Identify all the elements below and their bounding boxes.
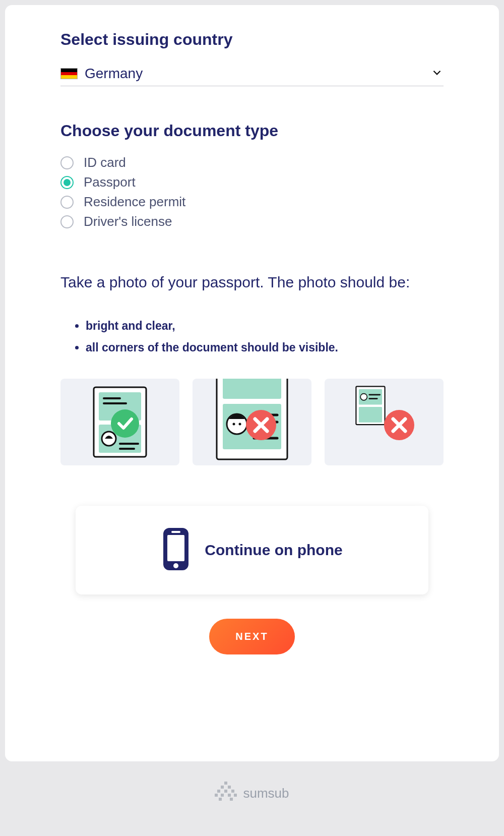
radio-icon [60, 176, 74, 189]
svg-rect-32 [171, 531, 180, 533]
example-cropped-bad [193, 379, 311, 465]
doctype-label: Residence permit [84, 194, 185, 210]
footer-brand: sumsub [5, 782, 499, 805]
phone-icon [161, 526, 191, 574]
country-title: Select issuing country [60, 30, 444, 49]
example-good [60, 379, 179, 465]
svg-rect-39 [231, 790, 234, 793]
svg-rect-42 [228, 794, 231, 797]
radio-icon [60, 156, 74, 169]
next-button[interactable]: NEXT [209, 619, 294, 654]
instruction-text: Take a photo of your passport. The photo… [60, 272, 444, 293]
radio-icon [60, 196, 74, 209]
svg-rect-10 [223, 379, 281, 399]
doctype-option-residence-permit[interactable]: Residence permit [60, 192, 444, 212]
svg-rect-34 [224, 782, 227, 785]
doctype-label: Passport [84, 174, 136, 190]
country-select[interactable]: Germany [60, 62, 444, 86]
doctype-label: Driver's license [84, 214, 172, 229]
requirement-item: all corners of the document should be vi… [86, 337, 444, 359]
svg-point-14 [239, 423, 241, 426]
continue-label: Continue on phone [205, 542, 342, 559]
examples-row [60, 379, 444, 465]
doctype-group: ID card Passport Residence permit Driver… [60, 153, 444, 231]
doctype-label: ID card [84, 155, 126, 170]
svg-rect-36 [228, 786, 231, 789]
verification-card: Select issuing country Germany Choose yo… [5, 5, 499, 761]
svg-rect-31 [167, 535, 184, 561]
svg-rect-38 [224, 790, 227, 793]
svg-point-33 [173, 563, 178, 568]
radio-icon [60, 215, 74, 228]
requirement-item: bright and clear, [86, 315, 444, 337]
requirements-list: bright and clear, all corners of the doc… [60, 315, 444, 359]
continue-on-phone-button[interactable]: Continue on phone [76, 506, 428, 594]
example-toosmall-bad [325, 379, 444, 465]
svg-rect-45 [230, 798, 233, 801]
doctype-title: Choose your document type [60, 122, 444, 140]
svg-point-23 [360, 394, 367, 400]
country-name: Germany [85, 66, 143, 82]
svg-point-13 [233, 423, 235, 426]
svg-rect-43 [234, 794, 237, 797]
svg-rect-37 [217, 790, 220, 793]
doctype-option-drivers-license[interactable]: Driver's license [60, 212, 444, 231]
svg-rect-41 [221, 794, 224, 797]
svg-rect-44 [219, 798, 222, 801]
svg-rect-35 [221, 786, 224, 789]
doctype-option-id-card[interactable]: ID card [60, 153, 444, 172]
doctype-option-passport[interactable]: Passport [60, 172, 444, 192]
footer-brand-text: sumsub [243, 786, 289, 801]
svg-point-8 [111, 409, 139, 438]
svg-rect-40 [215, 794, 218, 797]
flag-de-icon [60, 68, 78, 79]
svg-rect-26 [359, 407, 382, 423]
country-selected: Germany [60, 66, 143, 82]
sumsub-logo-icon [215, 782, 237, 805]
chevron-down-icon [430, 66, 444, 81]
